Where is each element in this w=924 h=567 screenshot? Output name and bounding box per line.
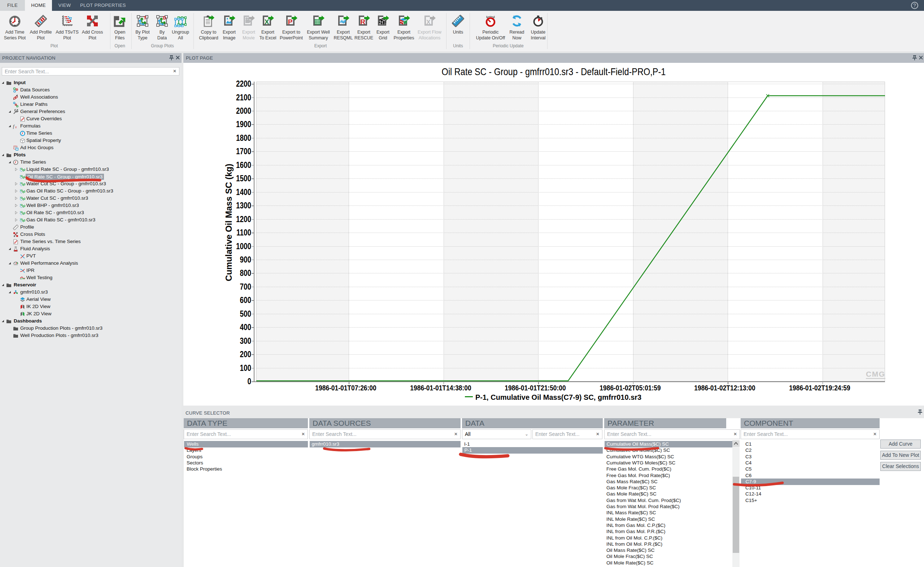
svg-text:T: T [144, 15, 147, 21]
svg-text:P: P [288, 18, 293, 26]
svg-text:X: X [426, 19, 430, 26]
svg-text:X: X [265, 18, 269, 26]
svg-text:f: f [13, 124, 15, 129]
svg-text:D: D [163, 15, 166, 21]
svg-text:R: R [360, 18, 365, 26]
svg-text:x: x [15, 125, 17, 129]
